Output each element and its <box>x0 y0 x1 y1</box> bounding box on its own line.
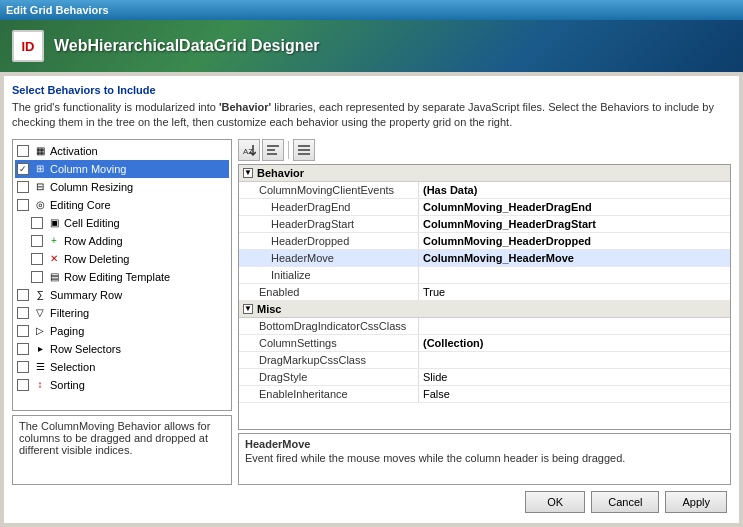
checkbox-row-adding[interactable] <box>31 235 43 247</box>
checkbox-row-selectors[interactable] <box>17 343 29 355</box>
desc-text: The ColumnMoving Behavior allows for col… <box>19 420 210 456</box>
prop-value-header-drag-end: ColumnMoving_HeaderDragEnd <box>419 199 730 215</box>
checkbox-column-moving[interactable] <box>17 163 29 175</box>
prop-name-enable-inheritance: EnableInheritance <box>239 386 419 402</box>
checkbox-paging[interactable] <box>17 325 29 337</box>
main-content: Select Behaviors to Include The grid's f… <box>4 76 739 523</box>
icon-column-moving: ⊞ <box>32 161 48 177</box>
tree-label-column-moving: Column Moving <box>50 163 126 175</box>
tree-label-editing-core: Editing Core <box>50 199 111 211</box>
properties-button[interactable] <box>293 139 315 161</box>
icon-cell-editing: ▣ <box>46 215 62 231</box>
ok-button[interactable]: OK <box>525 491 585 513</box>
svg-rect-6 <box>298 149 310 151</box>
prop-value-client-events: (Has Data) <box>419 182 730 198</box>
checkbox-editing-core[interactable] <box>17 199 29 211</box>
prop-row-header-drag-end: HeaderDragEnd ColumnMoving_HeaderDragEnd <box>239 199 730 216</box>
tree-item-row-adding[interactable]: + Row Adding <box>15 232 229 250</box>
tree-item-filtering[interactable]: ▽ Filtering <box>15 304 229 322</box>
icon-column-resizing: ⊟ <box>32 179 48 195</box>
prop-value-enabled: True <box>419 284 730 300</box>
tree-label-row-adding: Row Adding <box>64 235 123 247</box>
header-title: WebHierarchicalDataGrid Designer <box>54 37 320 55</box>
info-title: HeaderMove <box>245 438 724 450</box>
bottom-info: HeaderMove Event fired while the mouse m… <box>238 433 731 485</box>
prop-value-drag-markup <box>419 352 730 368</box>
checkbox-summary-row[interactable] <box>17 289 29 301</box>
buttons-row: OK Cancel Apply <box>12 485 731 515</box>
prop-value-header-drag-start: ColumnMoving_HeaderDragStart <box>419 216 730 232</box>
collapse-behavior[interactable]: ▼ <box>243 168 253 178</box>
tree-item-row-deleting[interactable]: ✕ Row Deleting <box>15 250 229 268</box>
desc-box: The ColumnMoving Behavior allows for col… <box>12 415 232 485</box>
tree-label-selection: Selection <box>50 361 95 373</box>
tree-item-column-resizing[interactable]: ⊟ Column Resizing <box>15 178 229 196</box>
prop-grid[interactable]: ▼ Behavior ColumnMovingClientEvents (Has… <box>238 164 731 430</box>
prop-name-header-drag-start: HeaderDragStart <box>239 216 419 232</box>
tree-label-row-deleting: Row Deleting <box>64 253 129 265</box>
collapse-misc[interactable]: ▼ <box>243 304 253 314</box>
svg-rect-5 <box>298 145 310 147</box>
tree-item-row-editing-template[interactable]: ▤ Row Editing Template <box>15 268 229 286</box>
prop-name-column-settings: ColumnSettings <box>239 335 419 351</box>
svg-rect-4 <box>267 153 277 155</box>
prop-name-client-events: ColumnMovingClientEvents <box>239 182 419 198</box>
checkbox-cell-editing[interactable] <box>31 217 43 229</box>
prop-value-initialize <box>419 267 730 283</box>
checkbox-row-editing-template[interactable] <box>31 271 43 283</box>
tree-container[interactable]: ▦ Activation ⊞ Column Moving ⊟ Column Re… <box>12 139 232 411</box>
checkbox-row-deleting[interactable] <box>31 253 43 265</box>
tree-label-column-resizing: Column Resizing <box>50 181 133 193</box>
tree-label-paging: Paging <box>50 325 84 337</box>
prop-name-drag-markup: DragMarkupCssClass <box>239 352 419 368</box>
tree-label-sorting: Sorting <box>50 379 85 391</box>
checkbox-column-resizing[interactable] <box>17 181 29 193</box>
title-bar-label: Edit Grid Behaviors <box>6 4 109 16</box>
prop-value-column-settings: (Collection) <box>419 335 730 351</box>
behavior-section-label: Behavior <box>257 167 304 179</box>
icon-row-selectors: ▸ <box>32 341 48 357</box>
checkbox-selection[interactable] <box>17 361 29 373</box>
svg-rect-7 <box>298 153 310 155</box>
prop-row-drag-style: DragStyle Slide <box>239 369 730 386</box>
sort-category-button[interactable] <box>262 139 284 161</box>
section-desc: The grid's functionality is modularized … <box>12 100 731 131</box>
tree-label-row-selectors: Row Selectors <box>50 343 121 355</box>
section-title: Select Behaviors to Include <box>12 84 731 96</box>
header-banner: ID WebHierarchicalDataGrid Designer <box>0 20 743 72</box>
panels: ▦ Activation ⊞ Column Moving ⊟ Column Re… <box>12 139 731 485</box>
apply-button[interactable]: Apply <box>665 491 727 513</box>
tree-item-sorting[interactable]: ↕ Sorting <box>15 376 229 394</box>
checkbox-sorting[interactable] <box>17 379 29 391</box>
icon-activation: ▦ <box>32 143 48 159</box>
tree-label-activation: Activation <box>50 145 98 157</box>
tree-item-cell-editing[interactable]: ▣ Cell Editing <box>15 214 229 232</box>
tree-item-row-selectors[interactable]: ▸ Row Selectors <box>15 340 229 358</box>
icon-selection: ☰ <box>32 359 48 375</box>
tree-item-paging[interactable]: ▷ Paging <box>15 322 229 340</box>
icon-summary-row: ∑ <box>32 287 48 303</box>
icon-sorting: ↕ <box>32 377 48 393</box>
misc-section-header[interactable]: ▼ Misc <box>239 301 730 318</box>
checkbox-activation[interactable] <box>17 145 29 157</box>
info-desc: Event fired while the mouse moves while … <box>245 452 724 464</box>
tree-item-activation[interactable]: ▦ Activation <box>15 142 229 160</box>
icon-filtering: ▽ <box>32 305 48 321</box>
cancel-button[interactable]: Cancel <box>591 491 659 513</box>
prop-row-header-move[interactable]: HeaderMove ColumnMoving_HeaderMove <box>239 250 730 267</box>
prop-row-drag-markup: DragMarkupCssClass <box>239 352 730 369</box>
tree-item-editing-core[interactable]: ◎ Editing Core <box>15 196 229 214</box>
behavior-section-header[interactable]: ▼ Behavior <box>239 165 730 182</box>
prop-row-enabled: Enabled True <box>239 284 730 301</box>
prop-row-header-drag-start: HeaderDragStart ColumnMoving_HeaderDragS… <box>239 216 730 233</box>
tree-item-column-moving[interactable]: ⊞ Column Moving <box>15 160 229 178</box>
tree-item-summary-row[interactable]: ∑ Summary Row <box>15 286 229 304</box>
prop-row-header-dropped: HeaderDropped ColumnMoving_HeaderDropped <box>239 233 730 250</box>
sort-az-button[interactable]: AZ <box>238 139 260 161</box>
tree-item-selection[interactable]: ☰ Selection <box>15 358 229 376</box>
prop-value-bottom-drag <box>419 318 730 334</box>
tree-label-filtering: Filtering <box>50 307 89 319</box>
prop-value-enable-inheritance: False <box>419 386 730 402</box>
checkbox-filtering[interactable] <box>17 307 29 319</box>
prop-row-bottom-drag: BottomDragIndicatorCssClass <box>239 318 730 335</box>
